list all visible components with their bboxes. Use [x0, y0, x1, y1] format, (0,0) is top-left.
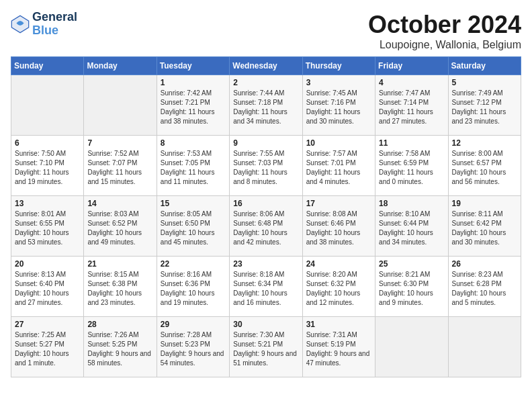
- day-number: 18: [379, 199, 444, 208]
- day-number: 4: [379, 78, 444, 87]
- calendar-cell: 31Sunrise: 7:31 AM Sunset: 5:19 PM Dayli…: [302, 317, 375, 377]
- location-subtitle: Loupoigne, Wallonia, Belgium: [368, 39, 521, 51]
- day-info: Sunrise: 8:20 AM Sunset: 6:32 PM Dayligh…: [306, 270, 371, 308]
- calendar-week-5: 27Sunrise: 7:25 AM Sunset: 5:27 PM Dayli…: [11, 317, 521, 377]
- calendar-cell: 12Sunrise: 8:00 AM Sunset: 6:57 PM Dayli…: [448, 136, 521, 196]
- day-info: Sunrise: 7:30 AM Sunset: 5:21 PM Dayligh…: [233, 330, 298, 368]
- day-number: 8: [161, 138, 226, 148]
- day-number: 14: [87, 199, 152, 208]
- day-info: Sunrise: 7:45 AM Sunset: 7:16 PM Dayligh…: [306, 89, 371, 126]
- day-number: 5: [452, 78, 517, 87]
- day-info: Sunrise: 8:06 AM Sunset: 6:48 PM Dayligh…: [233, 210, 298, 247]
- day-number: 1: [161, 78, 226, 87]
- day-info: Sunrise: 8:21 AM Sunset: 6:30 PM Dayligh…: [379, 270, 444, 308]
- day-number: 15: [161, 199, 226, 208]
- col-saturday: Saturday: [448, 57, 521, 75]
- day-number: 13: [15, 199, 80, 208]
- day-info: Sunrise: 7:50 AM Sunset: 7:10 PM Dayligh…: [15, 149, 80, 187]
- col-friday: Friday: [375, 57, 448, 75]
- day-info: Sunrise: 8:05 AM Sunset: 6:50 PM Dayligh…: [161, 210, 226, 247]
- month-title: October 2024: [368, 11, 521, 39]
- day-number: 7: [87, 138, 152, 148]
- calendar-cell: 26Sunrise: 8:23 AM Sunset: 6:28 PM Dayli…: [448, 257, 521, 317]
- day-info: Sunrise: 7:58 AM Sunset: 6:59 PM Dayligh…: [379, 149, 444, 187]
- calendar-cell: 1Sunrise: 7:42 AM Sunset: 7:21 PM Daylig…: [157, 75, 229, 136]
- calendar-cell: [84, 75, 157, 136]
- calendar-cell: 11Sunrise: 7:58 AM Sunset: 6:59 PM Dayli…: [375, 136, 448, 196]
- day-number: 24: [306, 259, 371, 269]
- calendar-cell: 17Sunrise: 8:08 AM Sunset: 6:46 PM Dayli…: [302, 196, 375, 257]
- day-info: Sunrise: 8:18 AM Sunset: 6:34 PM Dayligh…: [233, 270, 298, 308]
- calendar-cell: 2Sunrise: 7:44 AM Sunset: 7:18 PM Daylig…: [230, 75, 302, 136]
- day-number: 30: [233, 320, 298, 329]
- day-number: 11: [379, 138, 444, 148]
- day-number: 17: [306, 199, 371, 208]
- day-info: Sunrise: 7:53 AM Sunset: 7:05 PM Dayligh…: [161, 149, 226, 187]
- day-info: Sunrise: 7:49 AM Sunset: 7:12 PM Dayligh…: [452, 89, 517, 126]
- day-info: Sunrise: 8:15 AM Sunset: 6:38 PM Dayligh…: [87, 270, 152, 308]
- day-number: 19: [452, 199, 517, 208]
- calendar-cell: 8Sunrise: 7:53 AM Sunset: 7:05 PM Daylig…: [157, 136, 229, 196]
- calendar-cell: 13Sunrise: 8:01 AM Sunset: 6:55 PM Dayli…: [11, 196, 84, 257]
- day-info: Sunrise: 7:52 AM Sunset: 7:07 PM Dayligh…: [87, 149, 152, 187]
- calendar-cell: 14Sunrise: 8:03 AM Sunset: 6:52 PM Dayli…: [84, 196, 157, 257]
- calendar-cell: 5Sunrise: 7:49 AM Sunset: 7:12 PM Daylig…: [448, 75, 521, 136]
- day-info: Sunrise: 8:10 AM Sunset: 6:44 PM Dayligh…: [379, 210, 444, 247]
- calendar-cell: 4Sunrise: 7:47 AM Sunset: 7:14 PM Daylig…: [375, 75, 448, 136]
- calendar-week-4: 20Sunrise: 8:13 AM Sunset: 6:40 PM Dayli…: [11, 257, 521, 317]
- day-info: Sunrise: 7:28 AM Sunset: 5:23 PM Dayligh…: [161, 330, 226, 368]
- day-info: Sunrise: 8:16 AM Sunset: 6:36 PM Dayligh…: [161, 270, 226, 308]
- day-number: 2: [233, 78, 298, 87]
- col-wednesday: Wednesday: [230, 57, 302, 75]
- calendar-cell: 29Sunrise: 7:28 AM Sunset: 5:23 PM Dayli…: [157, 317, 229, 377]
- day-number: 31: [306, 320, 371, 329]
- col-thursday: Thursday: [302, 57, 375, 75]
- day-info: Sunrise: 7:25 AM Sunset: 5:27 PM Dayligh…: [15, 330, 80, 368]
- calendar-cell: [375, 317, 448, 377]
- calendar-cell: 23Sunrise: 8:18 AM Sunset: 6:34 PM Dayli…: [230, 257, 302, 317]
- day-number: 22: [161, 259, 226, 269]
- day-number: 20: [15, 259, 80, 269]
- calendar-cell: [448, 317, 521, 377]
- calendar-cell: 9Sunrise: 7:55 AM Sunset: 7:03 PM Daylig…: [230, 136, 302, 196]
- title-block: October 2024 Loupoigne, Wallonia, Belgiu…: [368, 11, 521, 51]
- calendar-cell: 20Sunrise: 8:13 AM Sunset: 6:40 PM Dayli…: [11, 257, 84, 317]
- day-number: 28: [87, 320, 152, 329]
- logo: General Blue: [11, 11, 77, 38]
- day-info: Sunrise: 7:55 AM Sunset: 7:03 PM Dayligh…: [233, 149, 298, 187]
- day-info: Sunrise: 7:26 AM Sunset: 5:25 PM Dayligh…: [87, 330, 152, 368]
- calendar-week-1: 1Sunrise: 7:42 AM Sunset: 7:21 PM Daylig…: [11, 75, 521, 136]
- day-info: Sunrise: 7:47 AM Sunset: 7:14 PM Dayligh…: [379, 89, 444, 126]
- calendar-cell: 18Sunrise: 8:10 AM Sunset: 6:44 PM Dayli…: [375, 196, 448, 257]
- day-number: 21: [87, 259, 152, 269]
- calendar-cell: 6Sunrise: 7:50 AM Sunset: 7:10 PM Daylig…: [11, 136, 84, 196]
- logo-icon: [11, 15, 30, 34]
- day-number: 12: [452, 138, 517, 148]
- day-info: Sunrise: 8:08 AM Sunset: 6:46 PM Dayligh…: [306, 210, 371, 247]
- day-number: 29: [161, 320, 226, 329]
- header-row: Sunday Monday Tuesday Wednesday Thursday…: [11, 57, 521, 75]
- day-number: 25: [379, 259, 444, 269]
- day-info: Sunrise: 7:57 AM Sunset: 7:01 PM Dayligh…: [306, 149, 371, 187]
- day-number: 27: [15, 320, 80, 329]
- day-info: Sunrise: 8:11 AM Sunset: 6:42 PM Dayligh…: [452, 210, 517, 247]
- calendar-week-2: 6Sunrise: 7:50 AM Sunset: 7:10 PM Daylig…: [11, 136, 521, 196]
- calendar-cell: 3Sunrise: 7:45 AM Sunset: 7:16 PM Daylig…: [302, 75, 375, 136]
- calendar-cell: 27Sunrise: 7:25 AM Sunset: 5:27 PM Dayli…: [11, 317, 84, 377]
- day-info: Sunrise: 7:42 AM Sunset: 7:21 PM Dayligh…: [161, 89, 226, 126]
- day-info: Sunrise: 7:31 AM Sunset: 5:19 PM Dayligh…: [306, 330, 371, 368]
- calendar-cell: 19Sunrise: 8:11 AM Sunset: 6:42 PM Dayli…: [448, 196, 521, 257]
- day-info: Sunrise: 8:00 AM Sunset: 6:57 PM Dayligh…: [452, 149, 517, 187]
- col-monday: Monday: [84, 57, 157, 75]
- calendar-cell: 10Sunrise: 7:57 AM Sunset: 7:01 PM Dayli…: [302, 136, 375, 196]
- col-sunday: Sunday: [11, 57, 84, 75]
- calendar-cell: 21Sunrise: 8:15 AM Sunset: 6:38 PM Dayli…: [84, 257, 157, 317]
- day-number: 3: [306, 78, 371, 87]
- calendar-week-3: 13Sunrise: 8:01 AM Sunset: 6:55 PM Dayli…: [11, 196, 521, 257]
- calendar-cell: [11, 75, 84, 136]
- calendar-cell: 24Sunrise: 8:20 AM Sunset: 6:32 PM Dayli…: [302, 257, 375, 317]
- calendar-cell: 15Sunrise: 8:05 AM Sunset: 6:50 PM Dayli…: [157, 196, 229, 257]
- calendar-cell: 30Sunrise: 7:30 AM Sunset: 5:21 PM Dayli…: [230, 317, 302, 377]
- calendar-cell: 28Sunrise: 7:26 AM Sunset: 5:25 PM Dayli…: [84, 317, 157, 377]
- calendar-cell: 16Sunrise: 8:06 AM Sunset: 6:48 PM Dayli…: [230, 196, 302, 257]
